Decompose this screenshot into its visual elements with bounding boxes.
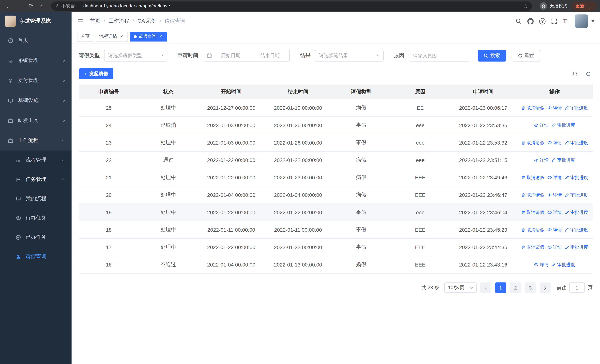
goto-page-input[interactable] (569, 282, 585, 293)
reset-button[interactable]: 重置 (512, 50, 540, 62)
approval-progress-link[interactable]: 审批进度 (565, 244, 588, 250)
app-logo[interactable]: 芋道管理系统 (0, 12, 72, 30)
detail-link[interactable]: 详情 (547, 174, 562, 181)
sidebar-item-todo-tasks[interactable]: 待办任务 (0, 208, 72, 228)
reason-input[interactable] (409, 50, 470, 62)
leave-type-select[interactable]: 请选择请假类型 (104, 50, 167, 62)
help-icon[interactable] (539, 18, 546, 24)
tab-process-detail[interactable]: 流程详情 (96, 32, 128, 41)
detail-link[interactable]: 详情 (547, 140, 562, 146)
approval-progress-link[interactable]: 审批进度 (565, 140, 588, 146)
font-size-icon[interactable] (563, 18, 569, 24)
approval-progress-link[interactable]: 审批进度 (565, 209, 588, 215)
user-avatar[interactable] (575, 14, 588, 28)
sidebar-item-infrastructure[interactable]: 基础设施 (0, 90, 72, 111)
delete-icon (521, 210, 525, 215)
approval-progress-link[interactable]: 审批进度 (565, 227, 588, 233)
action-label: 详情 (553, 140, 562, 146)
sidebar-item-done-tasks[interactable]: 已办任务 (0, 228, 72, 247)
detail-link[interactable]: 详情 (534, 261, 549, 268)
breadcrumb-workflow[interactable]: 工作流程 (109, 18, 138, 24)
cell-reason: EEE (391, 244, 450, 250)
cancel-leave-link[interactable]: 取消请假 (521, 105, 544, 111)
search-button[interactable]: 搜索 (478, 50, 506, 62)
approval-progress-link[interactable]: 审批进度 (565, 192, 588, 198)
cell-reason: eee (391, 122, 450, 128)
detail-link[interactable]: 详情 (547, 244, 562, 250)
detail-link[interactable]: 详情 (547, 209, 562, 215)
cancel-leave-link[interactable]: 取消请假 (521, 209, 544, 215)
search-icon[interactable] (516, 18, 522, 24)
sidebar-item-leave-query[interactable]: 请假查询 (0, 247, 72, 266)
browser-update-button[interactable]: 更新 ⋮ (572, 1, 596, 10)
end-date-placeholder[interactable]: 结束日期 (254, 52, 286, 59)
cancel-leave-link[interactable]: 取消请假 (521, 244, 544, 250)
detail-link[interactable]: 详情 (534, 157, 549, 163)
sidebar-item-workflow[interactable]: 工作流程 (0, 131, 72, 150)
browser-home-icon[interactable]: ⌂ (37, 1, 47, 11)
action-label: 取消请假 (527, 227, 544, 233)
briefcase-icon (7, 118, 14, 123)
create-leave-button[interactable]: + 发起请假 (79, 68, 113, 79)
hamburger-icon[interactable] (77, 18, 84, 24)
page-button-2[interactable]: 2 (510, 282, 521, 293)
close-tab-icon[interactable] (158, 34, 163, 39)
approval-progress-link[interactable]: 审批进度 (552, 122, 575, 129)
toggle-search-button[interactable] (572, 71, 578, 76)
cancel-leave-link[interactable]: 取消请假 (521, 174, 544, 181)
update-label[interactable]: 更新 (576, 3, 584, 9)
page-button-3[interactable]: 3 (525, 282, 536, 293)
bookmark-star-icon[interactable]: ☆ (524, 3, 528, 9)
sidebar-item-devtools[interactable]: 研发工具 (0, 111, 72, 131)
action-label: 取消请假 (527, 174, 544, 181)
page-button-1[interactable]: 1 (495, 282, 506, 293)
cancel-leave-link[interactable]: 取消请假 (521, 140, 544, 146)
approval-progress-link[interactable]: 审批进度 (552, 157, 575, 163)
detail-link[interactable]: 详情 (547, 192, 562, 198)
browser-back-icon[interactable]: ← (4, 1, 13, 11)
action-label: 审批进度 (570, 192, 588, 198)
sidebar-item-task-management[interactable]: 任务管理 (0, 170, 72, 189)
apply-time-range-picker[interactable]: 开始日期 - 结束日期 (203, 50, 290, 62)
sidebar-item-payment[interactable]: ¥ 支付管理 (0, 70, 72, 90)
col-end-time: 结束时间 (264, 89, 332, 95)
top-navbar: 首页 工作流程 OA 示例 请假查询 (72, 12, 600, 30)
cancel-leave-link[interactable]: 取消请假 (521, 192, 544, 198)
approval-progress-link[interactable]: 审批进度 (565, 105, 588, 111)
security-warning[interactable]: ⚠ 不安全 (56, 3, 75, 9)
cancel-leave-link[interactable]: 取消请假 (521, 227, 544, 233)
detail-link[interactable]: 详情 (547, 227, 562, 233)
browser-reload-icon[interactable]: ⟳ (26, 1, 36, 11)
detail-link[interactable]: 详情 (534, 122, 549, 129)
tab-home[interactable]: 首页 (77, 32, 94, 41)
close-tab-icon[interactable] (119, 34, 124, 39)
sidebar-item-my-process[interactable]: 我的流程 (0, 189, 72, 208)
github-icon[interactable] (527, 18, 534, 24)
caret-down-icon[interactable] (591, 20, 594, 22)
detail-link[interactable]: 详情 (547, 105, 562, 111)
list-icon (15, 157, 21, 163)
browser-forward-icon[interactable]: → (15, 1, 24, 11)
browser-menu-icon[interactable]: ⋮ (587, 3, 593, 9)
result-select[interactable]: 请选择流结果 (315, 50, 384, 62)
page-size-select[interactable]: 10条/页 (444, 282, 477, 293)
breadcrumb-home[interactable]: 首页 (90, 18, 109, 24)
sidebar-item-system[interactable]: 系统管理 (0, 50, 72, 70)
address-bar[interactable]: ⚠ 不安全 | dashboard.yudao.iocoder.cn/bpm/o… (51, 1, 532, 10)
refresh-table-button[interactable] (586, 71, 591, 76)
start-date-placeholder[interactable]: 开始日期 (215, 52, 247, 59)
cell-leave-type: 事假 (332, 139, 391, 146)
fullscreen-icon[interactable] (551, 18, 558, 24)
sidebar-item-process-management[interactable]: 流程管理 (0, 150, 72, 170)
url-text[interactable]: dashboard.yudao.iocoder.cn/bpm/oa/leave (83, 3, 521, 9)
next-page-button[interactable] (540, 282, 551, 293)
approval-progress-link[interactable]: 审批进度 (552, 261, 575, 268)
approval-progress-link[interactable]: 审批进度 (565, 174, 588, 181)
sidebar-filler (0, 266, 72, 364)
sidebar-item-home[interactable]: 首页 (0, 30, 72, 50)
tab-leave-query[interactable]: 请假查询 (130, 32, 167, 41)
prev-page-button[interactable] (480, 282, 491, 293)
breadcrumb-oa-example[interactable]: OA 示例 (138, 18, 165, 24)
cell-leave-type: 病假 (332, 104, 391, 111)
eye-icon (15, 215, 21, 221)
